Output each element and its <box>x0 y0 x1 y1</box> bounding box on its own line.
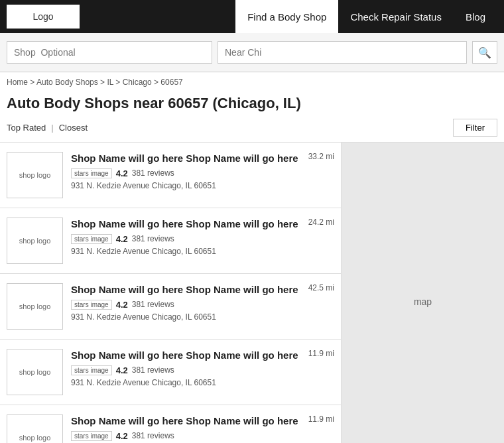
rating-number: 4.2 <box>116 431 128 441</box>
search-bar: 🔍 <box>0 33 504 72</box>
breadcrumb: Home > Auto Body Shops > IL > Chicago > … <box>0 72 504 92</box>
shop-name: Shop Name will go here Shop Name will go… <box>71 414 334 428</box>
stars-image: stars image <box>71 234 112 244</box>
shop-name: Shop Name will go here Shop Name will go… <box>71 152 334 165</box>
listing-item[interactable]: shop logo Shop Name will go here Shop Na… <box>0 405 341 443</box>
header-nav: Find a Body Shop Check Repair Status Blo… <box>235 0 497 33</box>
stars-image: stars image <box>71 300 112 310</box>
shop-info: Shop Name will go here Shop Name will go… <box>71 349 334 395</box>
shop-address: 931 N. Kedzie Avenue Chicago, IL 60651 <box>71 181 334 190</box>
sort-options: Top Rated | Closest <box>7 123 88 133</box>
listing-item[interactable]: shop logo Shop Name will go here Shop Na… <box>0 340 341 405</box>
stars-image: stars image <box>71 365 112 375</box>
rating-number: 4.2 <box>116 234 128 244</box>
sort-bar: Top Rated | Closest Filter <box>0 116 504 143</box>
search-button[interactable]: 🔍 <box>472 41 497 64</box>
shop-rating: stars image 4.2 381 reviews <box>71 300 334 310</box>
shop-address: 931 N. Kedzie Avenue Chicago, IL 60651 <box>71 247 334 256</box>
right-panel: map All Auto Body Reviews on Carwise™ ar… <box>342 143 504 443</box>
shop-logo: shop logo <box>7 283 63 330</box>
filter-button[interactable]: Filter <box>453 119 497 137</box>
shop-info: Shop Name will go here Shop Name will go… <box>71 218 334 264</box>
rating-number: 4.2 <box>116 365 128 375</box>
listing-item[interactable]: shop logo Shop Name will go here Shop Na… <box>0 274 341 340</box>
review-count: 381 reviews <box>132 431 174 440</box>
shop-rating: stars image 4.2 381 reviews <box>71 234 334 244</box>
shop-name: Shop Name will go here Shop Name will go… <box>71 218 334 231</box>
shop-logo: shop logo <box>7 349 63 395</box>
nav-check-repair-status[interactable]: Check Repair Status <box>338 0 454 33</box>
shop-address: 931 N. Kedzie Avenue Chicago, IL 60651 <box>71 312 334 322</box>
shop-rating: stars image 4.2 381 reviews <box>71 365 334 375</box>
listings: shop logo Shop Name will go here Shop Na… <box>0 143 342 443</box>
sort-divider: | <box>51 123 53 133</box>
listing-item[interactable]: shop logo Shop Name will go here Shop Na… <box>0 143 341 208</box>
shop-address: 931 N. Kedzie Avenue Chicago, IL 60651 <box>71 378 334 387</box>
shop-distance: 33.2 mi <box>308 152 334 161</box>
listing-item[interactable]: shop logo Shop Name will go here Shop Na… <box>0 208 341 274</box>
search-shop-input[interactable] <box>7 41 212 64</box>
review-count: 381 reviews <box>132 168 174 178</box>
shop-rating: stars image 4.2 381 reviews <box>71 431 334 441</box>
rating-number: 4.2 <box>116 300 128 310</box>
shop-distance: 24.2 mi <box>308 218 334 227</box>
rating-number: 4.2 <box>116 168 128 178</box>
search-icon: 🔍 <box>478 46 491 59</box>
shop-info: Shop Name will go here Shop Name will go… <box>71 414 334 443</box>
sort-top-rated[interactable]: Top Rated <box>7 123 46 133</box>
review-count: 381 reviews <box>132 300 174 309</box>
shop-info: Shop Name will go here Shop Name will go… <box>71 283 334 330</box>
shop-logo: shop logo <box>7 218 63 264</box>
map-area: map <box>342 143 504 443</box>
shop-info: Shop Name will go here Shop Name will go… <box>71 152 334 198</box>
header: Logo Find a Body Shop Check Repair Statu… <box>0 0 504 33</box>
nav-blog[interactable]: Blog <box>454 0 497 33</box>
shop-name: Shop Name will go here Shop Name will go… <box>71 349 334 362</box>
logo: Logo <box>7 5 80 29</box>
nav-find-body-shop[interactable]: Find a Body Shop <box>235 0 338 33</box>
main-content: shop logo Shop Name will go here Shop Na… <box>0 143 504 443</box>
page-title: Auto Body Shops near 60657 (Chicago, IL) <box>0 92 504 116</box>
shop-distance: 11.9 mi <box>308 349 334 358</box>
shop-distance: 42.5 mi <box>308 283 334 292</box>
stars-image: stars image <box>71 168 112 178</box>
shop-distance: 11.9 mi <box>308 414 334 424</box>
shop-logo: shop logo <box>7 414 63 443</box>
logo-label: Logo <box>32 11 53 22</box>
review-count: 381 reviews <box>132 234 174 243</box>
review-count: 381 reviews <box>132 365 174 375</box>
stars-image: stars image <box>71 431 112 441</box>
sort-closest[interactable]: Closest <box>59 123 88 133</box>
shop-logo: shop logo <box>7 152 63 198</box>
shop-name: Shop Name will go here Shop Name will go… <box>71 283 334 296</box>
shop-rating: stars image 4.2 381 reviews <box>71 168 334 178</box>
search-near-input[interactable] <box>218 41 467 64</box>
